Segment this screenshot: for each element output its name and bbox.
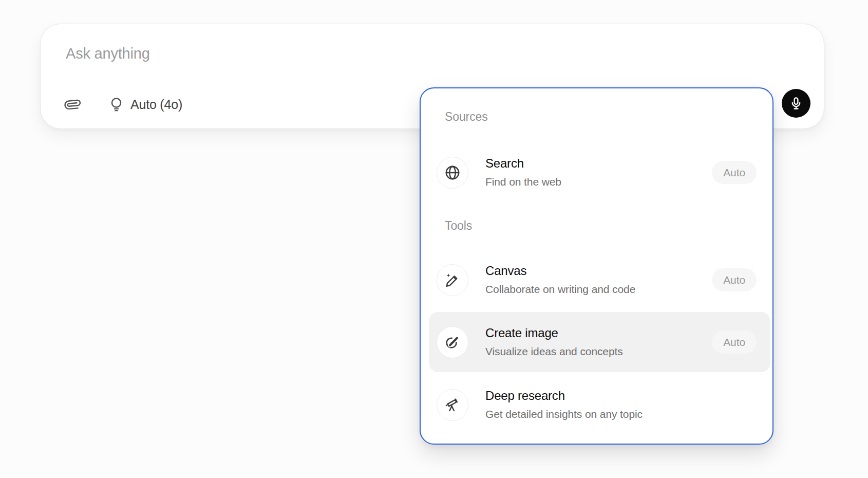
attach-file-button[interactable] <box>65 97 81 113</box>
telescope-icon <box>437 389 468 421</box>
menu-item-subtitle: Find on the web <box>485 175 561 189</box>
menu-item-canvas[interactable]: Canvas Collaborate on writing and code A… <box>429 250 770 310</box>
lightbulb-icon <box>108 97 124 113</box>
paperclip-icon <box>65 97 81 113</box>
menu-item-search[interactable]: Search Find on the web Auto <box>429 142 770 203</box>
model-selector-label: Auto (4o) <box>130 97 182 112</box>
microphone-icon <box>788 96 804 111</box>
menu-item-title: Deep research <box>485 388 643 403</box>
create-image-auto-badge[interactable]: Auto <box>712 330 757 354</box>
search-auto-badge[interactable]: Auto <box>712 161 757 184</box>
menu-item-deep-research[interactable]: Deep research Get detailed insights on a… <box>429 375 770 435</box>
menu-item-subtitle: Get detailed insights on any topic <box>485 407 643 421</box>
paintbrush-palette-icon <box>437 326 468 358</box>
dictate-button[interactable] <box>782 89 810 118</box>
pencil-sparkle-icon <box>437 264 468 296</box>
model-selector[interactable]: Auto (4o) <box>108 97 182 113</box>
menu-item-title: Canvas <box>485 263 635 279</box>
menu-item-subtitle: Visualize ideas and concepts <box>485 344 623 359</box>
composer-controls: Auto (4o) <box>65 90 182 119</box>
menu-item-create-image[interactable]: Create image Visualize ideas and concept… <box>429 312 770 372</box>
tools-menu-popup: Sources Search Find on the web Auto Tool… <box>420 87 773 445</box>
canvas-auto-badge[interactable]: Auto <box>712 268 757 291</box>
menu-item-subtitle: Collaborate on writing and code <box>485 282 635 297</box>
menu-item-title: Search <box>485 156 561 171</box>
section-label-tools: Tools <box>445 218 472 233</box>
prompt-input[interactable]: Ask anything <box>66 45 150 62</box>
section-label-sources: Sources <box>445 109 488 124</box>
menu-item-title: Create image <box>485 325 623 341</box>
globe-icon <box>437 157 468 189</box>
